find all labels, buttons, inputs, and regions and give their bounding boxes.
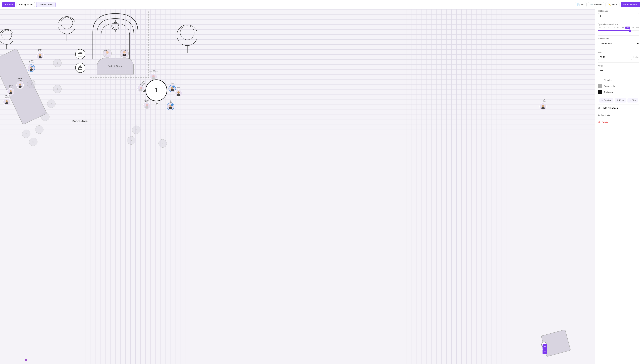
svg-point-31: [30, 68, 33, 71]
svg-point-6: [177, 25, 197, 46]
table-1-selected[interactable]: 1: [145, 80, 167, 101]
svg-point-3: [59, 16, 75, 34]
svg-line-11: [112, 25, 114, 28]
small-table-5[interactable]: 5: [27, 80, 36, 88]
svg-point-4: [61, 17, 73, 29]
svg-line-12: [117, 25, 119, 28]
person-darrel-frye[interactable]: DarrelFrye: [7, 88, 14, 96]
bride-figure: Bride: [103, 49, 107, 51]
person-kit-carr[interactable]: KitCarr: [167, 103, 174, 110]
svg-point-40: [152, 77, 155, 80]
bride-label: Bride: [103, 50, 107, 52]
svg-point-33: [19, 84, 21, 86]
person-michele-frye[interactable]: MicheleFrye: [143, 102, 150, 109]
person-man[interactable]: Man: [168, 85, 176, 92]
catering-mode-button[interactable]: Catering mode: [36, 2, 56, 7]
svg-point-37: [6, 100, 8, 102]
person-olivia-duke[interactable]: OliviaDuke: [37, 52, 44, 60]
bride-groom-table[interactable]: Bride & Groom: [97, 58, 134, 74]
person-best[interactable]: Best: [175, 90, 182, 97]
close-button[interactable]: ✕ Close: [2, 2, 15, 7]
small-table-12[interactable]: 12: [35, 126, 44, 134]
svg-point-41: [140, 87, 142, 89]
person-gregor-benitez[interactable]: GregorBenitez: [28, 64, 35, 72]
svg-point-36: [9, 92, 12, 94]
table1-left-arrow[interactable]: ◀: [142, 89, 145, 93]
svg-point-46: [177, 91, 180, 94]
small-table-8[interactable]: 8: [53, 59, 62, 67]
svg-point-27: [80, 66, 81, 66]
svg-point-34: [19, 86, 22, 88]
small-table-9[interactable]: 9: [53, 85, 62, 93]
table-5[interactable]: 5: [0, 48, 47, 125]
tree-top-left: [0, 28, 13, 50]
gift-icon-circle: [75, 49, 85, 59]
canvas[interactable]: Bride & Groom Bride: [0, 9, 244, 136]
groom-figure: Groom: [120, 49, 126, 51]
groom-label: Groom: [120, 50, 126, 52]
svg-point-28: [39, 54, 41, 56]
person-den-houston[interactable]: denHouston: [3, 98, 10, 106]
svg-point-7: [180, 26, 194, 40]
small-table-11[interactable]: 11: [41, 112, 50, 121]
archway: [91, 12, 140, 62]
seating-mode-button[interactable]: Seating mode: [17, 2, 35, 7]
bride-groom-label: Bride & Groom: [108, 65, 123, 68]
svg-point-35: [10, 90, 12, 92]
small-table-10[interactable]: 10: [47, 100, 56, 108]
svg-point-38: [5, 102, 8, 104]
tree-top-center-left: [59, 14, 75, 41]
toolbar: ✕ Close Seating mode Catering mode 📄 Fil…: [0, 0, 244, 9]
close-icon: ✕: [5, 3, 6, 6]
svg-point-29: [39, 56, 42, 58]
svg-point-52: [145, 106, 148, 108]
canvas-area[interactable]: Bride & Groom Bride: [0, 9, 244, 136]
svg-point-47: [177, 94, 180, 96]
person-kirstin-frye[interactable]: KirstinFrye: [16, 82, 24, 89]
svg-point-16: [106, 51, 109, 54]
rotation-handle[interactable]: [155, 102, 158, 105]
svg-point-49: [169, 107, 172, 109]
cake-icon-circle: [75, 63, 85, 73]
svg-point-42: [139, 89, 142, 91]
small-table-14-bottom[interactable]: 14: [132, 126, 140, 134]
svg-point-39: [152, 75, 155, 77]
tree-top-right: [177, 23, 197, 53]
small-table-14-left[interactable]: 14: [22, 130, 31, 136]
svg-point-1: [2, 30, 12, 40]
svg-point-51: [146, 104, 148, 106]
svg-point-44: [170, 89, 174, 91]
dance-area-label: Dance Area: [72, 120, 88, 123]
